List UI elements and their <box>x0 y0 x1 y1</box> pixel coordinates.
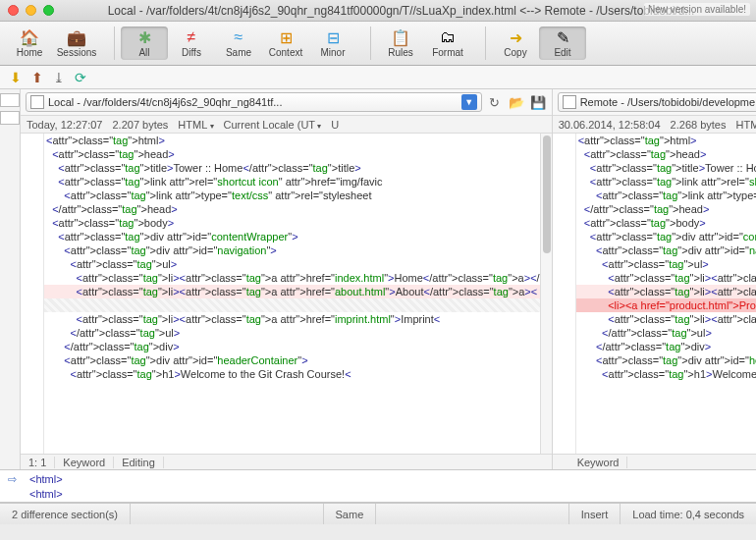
reload-left-icon[interactable]: ↻ <box>486 93 504 111</box>
context-icon: ⊞ <box>262 28 309 46</box>
arrow-right-icon: ➜ <box>492 28 539 46</box>
right-path-box[interactable]: Remote - /Users/tobidobi/development/_gi… <box>558 92 756 112</box>
left-lang[interactable]: HTML <box>178 119 213 131</box>
diff-nav-bar: ⬇ ⬆ ⤓ ⟳ <box>0 66 756 89</box>
left-keyword: Keyword <box>55 457 114 468</box>
right-footer: Keyword <box>553 454 756 469</box>
merge-line-2: <html> <box>29 487 752 502</box>
right-meta: 30.06.2014, 12:58:04 2.268 bytes HTML Cu… <box>553 116 756 134</box>
left-code[interactable]: <attr">class="tag">html> <attr">class="t… <box>44 134 540 454</box>
left-pane: Local - /var/folders/4t/cn8j4j6s2_90qhr_… <box>21 89 553 469</box>
close-icon[interactable] <box>8 5 19 16</box>
save-left-icon[interactable]: 💾 <box>529 93 547 111</box>
chevron-down-icon[interactable]: ▼ <box>461 94 477 110</box>
right-size: 2.268 bytes <box>671 119 727 131</box>
home-button[interactable]: 🏠Home <box>6 27 53 60</box>
last-diff-icon[interactable]: ⤓ <box>53 70 65 85</box>
left-cursor-pos: 1: 1 <box>21 457 55 468</box>
overview-gutter <box>0 89 21 469</box>
separator <box>485 27 486 60</box>
filter-context-button[interactable]: ⊞Context <box>262 27 309 60</box>
left-date: Today, 12:27:07 <box>27 119 102 131</box>
right-lang[interactable]: HTML <box>735 119 756 131</box>
format-button[interactable]: 🗂Format <box>424 27 471 60</box>
briefcase-icon: 💼 <box>53 28 100 46</box>
left-encoding[interactable]: Current Locale (UT <box>224 119 322 131</box>
pencil-icon: ✎ <box>539 28 586 46</box>
separator <box>114 27 115 60</box>
minimap-left[interactable] <box>0 93 20 107</box>
right-marker-gutter <box>553 134 576 454</box>
open-left-icon[interactable]: 📂 <box>508 93 525 111</box>
refresh-icon[interactable]: ⟳ <box>75 70 86 85</box>
merge-arrow-icon: ⇨ <box>8 472 17 487</box>
right-keyword: Keyword <box>569 457 628 468</box>
left-meta: Today, 12:27:07 2.207 bytes HTML Current… <box>21 116 552 134</box>
copy-button[interactable]: ➜Copy <box>492 27 539 60</box>
next-diff-icon[interactable]: ⬇ <box>10 70 22 85</box>
status-loadtime: Load time: 0,4 seconds <box>621 504 756 524</box>
left-path-text: Local - /var/folders/4t/cn8j4j6s2_90qhr_… <box>48 96 461 108</box>
main-toolbar: 🏠Home 💼Sessions ✱All ≠Diffs ≈Same ⊞Conte… <box>0 22 756 66</box>
prev-diff-icon[interactable]: ⬆ <box>31 70 43 85</box>
document-icon <box>563 95 576 109</box>
rules-button[interactable]: 📋Rules <box>377 27 424 60</box>
left-footer: 1: 1 Keyword Editing <box>21 454 552 469</box>
window-controls <box>8 5 54 16</box>
status-insert: Insert <box>569 504 621 524</box>
status-bar: 2 difference section(s) Same Insert Load… <box>0 503 756 524</box>
window-titlebar: Local - /var/folders/4t/cn8j4j6s2_90qhr_… <box>0 0 756 22</box>
format-icon: 🗂 <box>424 28 471 46</box>
separator <box>370 27 371 60</box>
left-path-box[interactable]: Local - /var/folders/4t/cn8j4j6s2_90qhr_… <box>26 92 482 112</box>
zoom-icon[interactable] <box>43 5 54 16</box>
right-pane: Remote - /Users/tobidobi/development/_gi… <box>553 89 756 469</box>
left-size: 2.207 bytes <box>112 119 168 131</box>
edit-button[interactable]: ✎Edit <box>539 27 586 60</box>
status-same: Same <box>324 504 377 524</box>
minimize-icon[interactable] <box>26 5 36 16</box>
asterisk-icon: ✱ <box>121 28 168 46</box>
filter-minor-button[interactable]: ⊟Minor <box>309 27 356 60</box>
filter-same-button[interactable]: ≈Same <box>215 27 262 60</box>
left-mode: Editing <box>114 457 164 468</box>
left-scrollbar[interactable] <box>540 134 552 454</box>
right-date: 30.06.2014, 12:58:04 <box>559 119 661 131</box>
home-icon: 🏠 <box>6 28 53 46</box>
compare-area: Local - /var/folders/4t/cn8j4j6s2_90qhr_… <box>0 89 756 469</box>
minimap-right[interactable] <box>0 111 20 125</box>
filter-diffs-button[interactable]: ≠Diffs <box>168 27 215 60</box>
right-path-row: Remote - /Users/tobidobi/development/_gi… <box>553 89 756 116</box>
sessions-button[interactable]: 💼Sessions <box>53 27 100 60</box>
document-icon <box>30 95 44 109</box>
left-lineend[interactable]: U <box>331 119 339 131</box>
merge-line-1: <html> <box>29 472 752 487</box>
status-diffcount: 2 difference section(s) <box>0 504 131 524</box>
left-marker-gutter <box>21 134 44 454</box>
minor-icon: ⊟ <box>309 28 356 46</box>
right-code[interactable]: <attr">class="tag">html> <attr">class="t… <box>576 134 756 454</box>
filter-all-button[interactable]: ✱All <box>121 27 168 60</box>
rules-icon: 📋 <box>377 28 424 46</box>
merge-preview[interactable]: ⇨ <html> <html> <box>0 469 756 503</box>
left-path-row: Local - /var/folders/4t/cn8j4j6s2_90qhr_… <box>21 89 552 116</box>
approx-icon: ≈ <box>215 28 262 46</box>
update-notification[interactable]: New version available! <box>644 3 750 16</box>
not-equal-icon: ≠ <box>168 28 215 46</box>
right-path-text: Remote - /Users/tobidobi/development/_gi… <box>580 96 756 108</box>
